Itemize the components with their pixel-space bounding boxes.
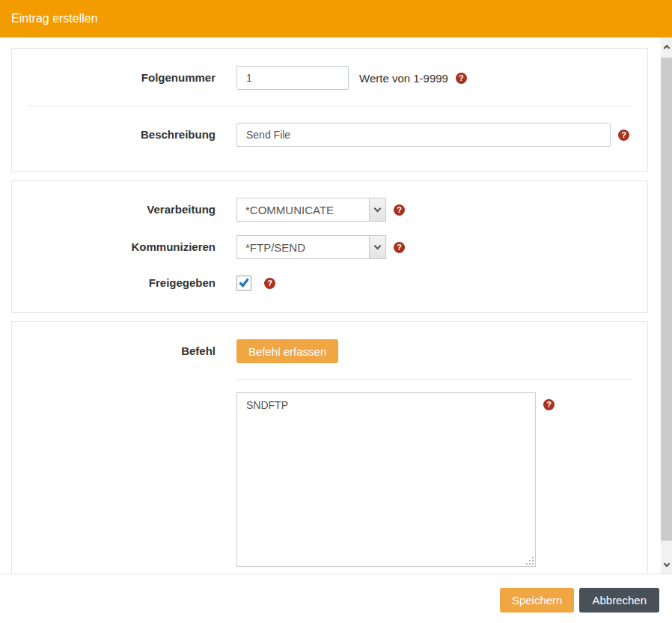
capture-command-button[interactable]: Befehl erfassen [236, 339, 338, 363]
command-textarea-wrapper: SNDFTP [236, 392, 536, 567]
kommunizieren-selected-value: *FTP/SEND [237, 236, 369, 258]
kommunizieren-help-icon[interactable]: ? [394, 242, 405, 253]
form-row-befehl: Befehl Befehl erfassen [12, 322, 647, 379]
form-row-befehl-text: SNDFTP ? [12, 380, 647, 574]
verarbeitung-selected-value: *COMMUNICATE [237, 198, 369, 221]
folgenummer-label: Folgenummer [27, 66, 216, 90]
dialog-title: Eintrag erstellen [11, 12, 98, 25]
form-row-freigegeben: Freigegeben ? [12, 267, 647, 312]
dialog-body: Folgenummer Werte von 1-9999 ? Beschreib… [0, 37, 672, 574]
resize-grip-icon[interactable] [532, 563, 534, 565]
verarbeitung-controls: *COMMUNICATE ? [236, 198, 632, 222]
freigegeben-label: Freigegeben [27, 276, 216, 291]
befehl-text-controls: SNDFTP ? [236, 392, 632, 567]
form-row-folgenummer: Folgenummer Werte von 1-9999 ? [12, 49, 647, 106]
freigegeben-checkbox[interactable] [236, 276, 251, 291]
beschreibung-controls: ? [236, 123, 632, 147]
chevron-down-icon [663, 560, 669, 566]
chevron-down-icon [374, 243, 382, 250]
chevron-up-icon [663, 44, 669, 50]
panel-general: Folgenummer Werte von 1-9999 ? Beschreib… [11, 48, 648, 172]
scrollbar-down-button[interactable] [661, 557, 672, 572]
chevron-down-icon [374, 205, 382, 213]
form-content: Folgenummer Werte von 1-9999 ? Beschreib… [0, 37, 661, 574]
folgenummer-input[interactable] [236, 66, 349, 90]
check-icon [238, 276, 250, 288]
befehl-help-icon[interactable]: ? [543, 399, 555, 410]
befehl-label: Befehl [27, 339, 216, 363]
beschreibung-help-icon[interactable]: ? [618, 130, 629, 141]
befehl-controls: Befehl erfassen [236, 339, 632, 363]
create-entry-dialog: Eintrag erstellen Folgenummer Werte von … [0, 0, 672, 623]
panel-command: Befehl Befehl erfassen SNDFTP ? [11, 321, 648, 574]
verarbeitung-label: Verarbeitung [27, 198, 216, 222]
save-button[interactable]: Speichern [500, 588, 575, 613]
kommunizieren-label: Kommunizieren [27, 235, 216, 259]
befehl-text-label [27, 392, 216, 567]
scrollbar-up-button[interactable] [661, 39, 672, 54]
form-row-kommunizieren: Kommunizieren *FTP/SEND ? [12, 228, 647, 267]
kommunizieren-select[interactable]: *FTP/SEND [236, 235, 386, 259]
verarbeitung-help-icon[interactable]: ? [394, 204, 405, 216]
verarbeitung-select-arrow[interactable] [369, 198, 385, 221]
folgenummer-hint: Werte von 1-9999 [359, 72, 448, 85]
kommunizieren-select-arrow[interactable] [369, 236, 385, 258]
freigegeben-controls: ? [236, 276, 632, 291]
scrollbar[interactable] [661, 37, 672, 574]
dialog-header: Eintrag erstellen [0, 0, 672, 37]
command-textarea[interactable]: SNDFTP [236, 392, 536, 567]
folgenummer-controls: Werte von 1-9999 ? [236, 66, 632, 90]
kommunizieren-controls: *FTP/SEND ? [236, 235, 632, 259]
freigegeben-help-icon[interactable]: ? [264, 278, 275, 289]
verarbeitung-select[interactable]: *COMMUNICATE [236, 198, 386, 222]
cancel-button[interactable]: Abbrechen [579, 588, 659, 613]
scrollbar-thumb[interactable] [661, 58, 672, 541]
dialog-footer: Speichern Abbrechen [0, 574, 672, 623]
folgenummer-help-icon[interactable]: ? [456, 73, 467, 84]
beschreibung-input[interactable] [236, 123, 611, 147]
form-row-verarbeitung: Verarbeitung *COMMUNICATE ? [12, 181, 647, 228]
form-row-beschreibung: Beschreibung ? [12, 106, 647, 171]
beschreibung-label: Beschreibung [27, 123, 216, 147]
panel-processing: Verarbeitung *COMMUNICATE ? Kommuniziere… [11, 180, 648, 313]
